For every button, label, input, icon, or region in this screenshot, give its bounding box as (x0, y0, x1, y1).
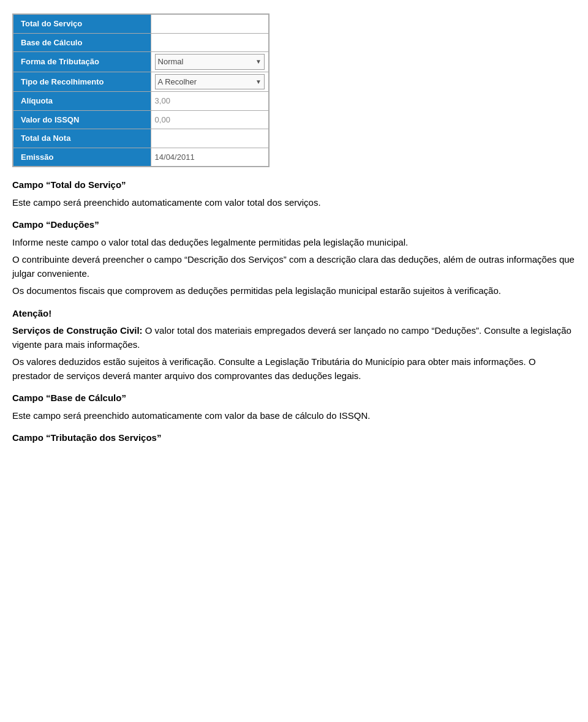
section-paragraph: Informe neste campo o valor total das de… (12, 236, 576, 250)
section-title: Campo “Deduções” (12, 218, 576, 232)
form-value: 3,00 (151, 92, 269, 111)
form-value[interactable]: A Recolher▼ (151, 72, 269, 92)
form-row: Tipo de RecolhimentoA Recolher▼ (13, 72, 269, 92)
form-row: Base de Cálculo (13, 33, 269, 52)
section-deducoes: Campo “Deduções”Informe neste campo o va… (12, 218, 576, 298)
section-paragraph: O contribuinte deverá preencher o campo … (12, 253, 576, 280)
form-table: Total do ServiçoBase de CálculoForma de … (12, 13, 270, 167)
section-atencao: Atenção!Serviços de Construção Civil: O … (12, 307, 576, 383)
form-label: Forma de Tributação (13, 52, 151, 72)
form-value (151, 33, 269, 52)
form-row: Valor do ISSQN0,00 (13, 110, 269, 129)
section-paragraph: Os valores deduzidos estão sujeitos à ve… (12, 355, 576, 383)
section-paragraph: Os documentos fiscais que comprovem as d… (12, 284, 576, 298)
section-paragraph: Este campo será preenchido automaticamen… (12, 409, 576, 423)
form-label: Total do Serviço (13, 14, 151, 33)
form-row: Total da Nota (13, 129, 269, 148)
form-row: Forma de TributaçãoNormal▼ (13, 52, 269, 72)
section-total-servico: Campo “Total do Serviço”Este campo será … (12, 178, 576, 209)
form-value (151, 14, 269, 33)
form-label: Valor do ISSQN (13, 110, 151, 129)
form-value (151, 129, 269, 148)
form-label: Base de Cálculo (13, 33, 151, 52)
form-label: Tipo de Recolhimento (13, 72, 151, 92)
section-paragraph: Este campo será preenchido automaticamen… (12, 196, 576, 210)
form-label: Alíquota (13, 92, 151, 111)
form-label: Emissão (13, 148, 151, 167)
section-title: Campo “Tributação dos Serviços” (12, 431, 576, 445)
form-row: Total do Serviço (13, 14, 269, 33)
section-title: Campo “Total do Serviço” (12, 178, 576, 192)
form-value: 14/04/2011 (151, 148, 269, 167)
form-row: Emissão14/04/2011 (13, 148, 269, 167)
form-value[interactable]: Normal▼ (151, 52, 269, 72)
form-row: Alíquota3,00 (13, 92, 269, 111)
section-title: Campo “Base de Cálculo” (12, 391, 576, 405)
atencao-bold-para: Serviços de Construção Civil: O valor to… (12, 324, 576, 352)
section-tributacao: Campo “Tributação dos Serviços” (12, 431, 576, 445)
atencao-label: Atenção! (12, 307, 576, 321)
form-value: 0,00 (151, 110, 269, 129)
form-label: Total da Nota (13, 129, 151, 148)
section-base-calculo: Campo “Base de Cálculo”Este campo será p… (12, 391, 576, 423)
